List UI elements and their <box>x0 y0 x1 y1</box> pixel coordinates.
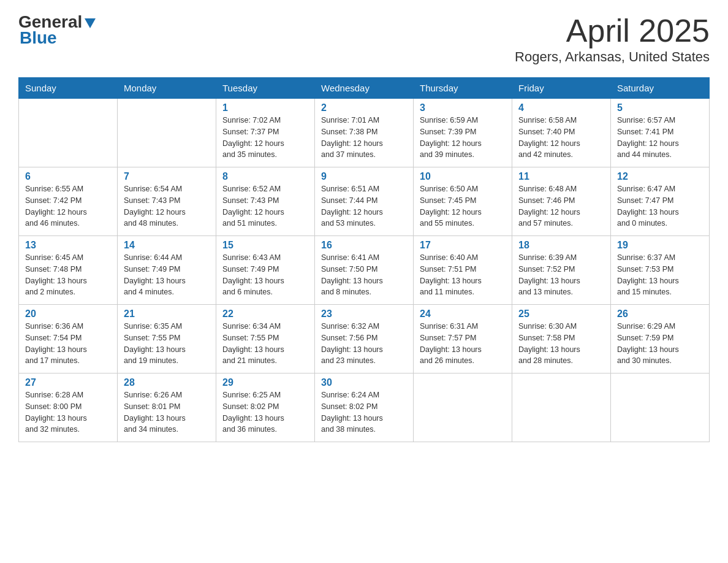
calendar-cell <box>512 373 611 442</box>
day-info: Sunrise: 6:50 AM Sunset: 7:45 PM Dayligh… <box>420 183 506 229</box>
day-number: 22 <box>222 308 308 320</box>
day-info: Sunrise: 6:25 AM Sunset: 8:02 PM Dayligh… <box>222 389 308 435</box>
calendar-header-row: SundayMondayTuesdayWednesdayThursdayFrid… <box>19 78 710 99</box>
calendar-cell: 26Sunrise: 6:29 AM Sunset: 7:59 PM Dayli… <box>611 305 710 373</box>
calendar-day-header: Wednesday <box>315 78 414 99</box>
day-info: Sunrise: 6:24 AM Sunset: 8:02 PM Dayligh… <box>321 389 407 435</box>
logo-triangle-icon <box>83 16 97 29</box>
day-info: Sunrise: 6:36 AM Sunset: 7:54 PM Dayligh… <box>25 321 111 367</box>
calendar-cell: 4Sunrise: 6:58 AM Sunset: 7:40 PM Daylig… <box>512 99 611 167</box>
calendar-cell <box>118 99 216 167</box>
day-number: 30 <box>321 377 407 388</box>
day-info: Sunrise: 7:01 AM Sunset: 7:38 PM Dayligh… <box>321 115 407 161</box>
day-info: Sunrise: 6:57 AM Sunset: 7:41 PM Dayligh… <box>617 115 703 161</box>
day-info: Sunrise: 6:41 AM Sunset: 7:50 PM Dayligh… <box>321 252 407 298</box>
calendar-day-header: Monday <box>118 78 216 99</box>
day-info: Sunrise: 6:34 AM Sunset: 7:55 PM Dayligh… <box>222 321 308 367</box>
day-info: Sunrise: 6:44 AM Sunset: 7:49 PM Dayligh… <box>124 252 210 298</box>
day-info: Sunrise: 6:47 AM Sunset: 7:47 PM Dayligh… <box>617 183 703 229</box>
day-info: Sunrise: 6:43 AM Sunset: 7:49 PM Dayligh… <box>222 252 308 298</box>
page-header: General Blue April 2025 Rogers, Arkansas… <box>18 12 710 65</box>
calendar-cell: 15Sunrise: 6:43 AM Sunset: 7:49 PM Dayli… <box>216 236 315 305</box>
day-number: 14 <box>124 240 210 251</box>
calendar-cell: 17Sunrise: 6:40 AM Sunset: 7:51 PM Dayli… <box>414 236 512 305</box>
day-number: 27 <box>25 377 111 388</box>
calendar-day-header: Friday <box>512 78 611 99</box>
day-number: 11 <box>518 171 604 182</box>
day-info: Sunrise: 6:40 AM Sunset: 7:51 PM Dayligh… <box>420 252 506 298</box>
calendar-day-header: Tuesday <box>216 78 315 99</box>
day-number: 2 <box>321 102 407 113</box>
day-number: 8 <box>222 171 308 182</box>
day-number: 25 <box>518 308 604 320</box>
calendar-cell: 27Sunrise: 6:28 AM Sunset: 8:00 PM Dayli… <box>19 373 118 442</box>
calendar-cell: 12Sunrise: 6:47 AM Sunset: 7:47 PM Dayli… <box>611 167 710 236</box>
day-number: 21 <box>124 308 210 320</box>
day-info: Sunrise: 6:35 AM Sunset: 7:55 PM Dayligh… <box>124 321 210 367</box>
day-info: Sunrise: 6:55 AM Sunset: 7:42 PM Dayligh… <box>25 183 111 229</box>
calendar-week-row: 27Sunrise: 6:28 AM Sunset: 8:00 PM Dayli… <box>19 373 710 442</box>
day-number: 24 <box>420 308 506 320</box>
day-info: Sunrise: 6:31 AM Sunset: 7:57 PM Dayligh… <box>420 321 506 367</box>
day-number: 7 <box>124 171 210 182</box>
logo-text-blue: Blue <box>20 28 57 48</box>
calendar-day-header: Saturday <box>611 78 710 99</box>
calendar-cell: 11Sunrise: 6:48 AM Sunset: 7:46 PM Dayli… <box>512 167 611 236</box>
day-number: 28 <box>124 377 210 388</box>
calendar-cell <box>19 99 118 167</box>
calendar-cell: 28Sunrise: 6:26 AM Sunset: 8:01 PM Dayli… <box>118 373 216 442</box>
calendar-cell: 3Sunrise: 6:59 AM Sunset: 7:39 PM Daylig… <box>414 99 512 167</box>
day-number: 16 <box>321 240 407 251</box>
day-info: Sunrise: 6:52 AM Sunset: 7:43 PM Dayligh… <box>222 183 308 229</box>
day-info: Sunrise: 6:58 AM Sunset: 7:40 PM Dayligh… <box>518 115 604 161</box>
day-info: Sunrise: 6:30 AM Sunset: 7:58 PM Dayligh… <box>518 321 604 367</box>
calendar-cell: 7Sunrise: 6:54 AM Sunset: 7:43 PM Daylig… <box>118 167 216 236</box>
calendar-week-row: 6Sunrise: 6:55 AM Sunset: 7:42 PM Daylig… <box>19 167 710 236</box>
month-title: April 2025 <box>515 12 710 49</box>
day-number: 20 <box>25 308 111 320</box>
calendar-cell: 19Sunrise: 6:37 AM Sunset: 7:53 PM Dayli… <box>611 236 710 305</box>
day-info: Sunrise: 6:48 AM Sunset: 7:46 PM Dayligh… <box>518 183 604 229</box>
calendar-day-header: Thursday <box>414 78 512 99</box>
calendar-cell: 25Sunrise: 6:30 AM Sunset: 7:58 PM Dayli… <box>512 305 611 373</box>
day-info: Sunrise: 6:32 AM Sunset: 7:56 PM Dayligh… <box>321 321 407 367</box>
calendar-week-row: 1Sunrise: 7:02 AM Sunset: 7:37 PM Daylig… <box>19 99 710 167</box>
location: Rogers, Arkansas, United States <box>515 49 710 65</box>
day-number: 12 <box>617 171 703 182</box>
day-info: Sunrise: 7:02 AM Sunset: 7:37 PM Dayligh… <box>222 115 308 161</box>
calendar-cell: 18Sunrise: 6:39 AM Sunset: 7:52 PM Dayli… <box>512 236 611 305</box>
calendar-cell: 22Sunrise: 6:34 AM Sunset: 7:55 PM Dayli… <box>216 305 315 373</box>
calendar-cell: 8Sunrise: 6:52 AM Sunset: 7:43 PM Daylig… <box>216 167 315 236</box>
calendar-cell: 21Sunrise: 6:35 AM Sunset: 7:55 PM Dayli… <box>118 305 216 373</box>
day-info: Sunrise: 6:26 AM Sunset: 8:01 PM Dayligh… <box>124 389 210 435</box>
day-number: 13 <box>25 240 111 251</box>
day-number: 17 <box>420 240 506 251</box>
day-number: 15 <box>222 240 308 251</box>
day-number: 4 <box>518 102 604 113</box>
day-number: 18 <box>518 240 604 251</box>
calendar-table: SundayMondayTuesdayWednesdayThursdayFrid… <box>18 77 710 442</box>
day-number: 19 <box>617 240 703 251</box>
calendar-week-row: 13Sunrise: 6:45 AM Sunset: 7:48 PM Dayli… <box>19 236 710 305</box>
calendar-cell: 24Sunrise: 6:31 AM Sunset: 7:57 PM Dayli… <box>414 305 512 373</box>
day-info: Sunrise: 6:51 AM Sunset: 7:44 PM Dayligh… <box>321 183 407 229</box>
calendar-cell <box>414 373 512 442</box>
day-number: 9 <box>321 171 407 182</box>
day-number: 6 <box>25 171 111 182</box>
day-info: Sunrise: 6:37 AM Sunset: 7:53 PM Dayligh… <box>617 252 703 298</box>
calendar-cell: 16Sunrise: 6:41 AM Sunset: 7:50 PM Dayli… <box>315 236 414 305</box>
day-number: 5 <box>617 102 703 113</box>
calendar-cell: 6Sunrise: 6:55 AM Sunset: 7:42 PM Daylig… <box>19 167 118 236</box>
calendar-cell: 9Sunrise: 6:51 AM Sunset: 7:44 PM Daylig… <box>315 167 414 236</box>
day-info: Sunrise: 6:29 AM Sunset: 7:59 PM Dayligh… <box>617 321 703 367</box>
calendar-cell: 29Sunrise: 6:25 AM Sunset: 8:02 PM Dayli… <box>216 373 315 442</box>
calendar-cell: 2Sunrise: 7:01 AM Sunset: 7:38 PM Daylig… <box>315 99 414 167</box>
day-number: 29 <box>222 377 308 388</box>
calendar-cell: 14Sunrise: 6:44 AM Sunset: 7:49 PM Dayli… <box>118 236 216 305</box>
calendar-cell <box>611 373 710 442</box>
logo: General Blue <box>18 12 97 48</box>
day-info: Sunrise: 6:28 AM Sunset: 8:00 PM Dayligh… <box>25 389 111 435</box>
title-section: April 2025 Rogers, Arkansas, United Stat… <box>515 12 710 65</box>
day-number: 26 <box>617 308 703 320</box>
day-number: 3 <box>420 102 506 113</box>
